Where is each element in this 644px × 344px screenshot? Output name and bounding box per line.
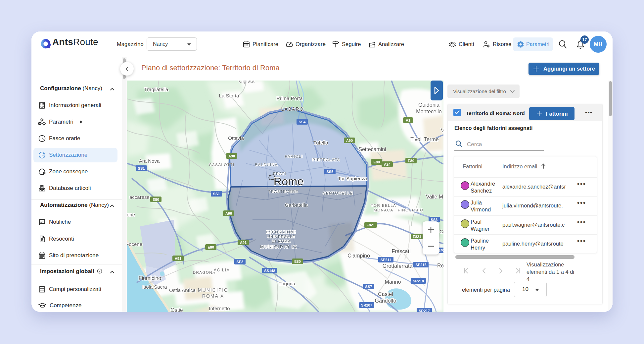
- svg-text:SS5: SS5: [327, 170, 334, 174]
- svg-text:PARIOLI: PARIOLI: [285, 154, 303, 158]
- svg-text:Montecelio: Montecelio: [416, 109, 441, 114]
- svg-text:Olgiata: Olgiata: [239, 81, 254, 84]
- svg-text:ESPOSIZIONE: ESPOSIZIONE: [266, 230, 296, 234]
- svg-text:SS4: SS4: [299, 120, 306, 124]
- svg-text:Rome: Rome: [274, 175, 304, 188]
- svg-text:SS7: SS7: [365, 285, 372, 289]
- svg-text:E80: E80: [373, 160, 380, 164]
- svg-text:accarese: accarese: [129, 194, 150, 200]
- svg-text:Ciampino: Ciampino: [347, 253, 370, 258]
- svg-text:Castel: Castel: [378, 291, 393, 297]
- svg-text:TRASTEVERE: TRASTEVERE: [268, 190, 299, 194]
- svg-text:SR207: SR207: [361, 303, 372, 307]
- svg-text:A90: A90: [346, 139, 353, 143]
- svg-text:SP215: SP215: [415, 263, 426, 267]
- svg-text:ACILIA: ACILIA: [214, 268, 230, 272]
- svg-text:CENTOCELLE: CENTOCELLE: [323, 191, 353, 195]
- svg-text:SR218: SR218: [413, 279, 424, 283]
- svg-text:Infernetto: Infernetto: [209, 306, 230, 311]
- svg-text:Ostie: Ostie: [170, 307, 183, 312]
- svg-text:CASALOTTI: CASALOTTI: [209, 163, 234, 167]
- svg-text:Ara Nova: Ara Nova: [139, 158, 160, 164]
- svg-text:E80: E80: [408, 159, 414, 163]
- svg-text:LABARO: LABARO: [281, 106, 304, 112]
- svg-text:UNIVERSALE: UNIVERSALE: [267, 235, 296, 239]
- svg-text:E80: E80: [294, 259, 301, 263]
- svg-text:Co: Co: [439, 229, 443, 234]
- svg-text:Vil: Vil: [441, 128, 443, 133]
- svg-text:MONACA: MONACA: [374, 208, 393, 212]
- svg-text:Garbatella: Garbatella: [285, 202, 308, 208]
- svg-text:Tor Sapienza: Tor Sapienza: [338, 176, 367, 181]
- svg-text:E80: E80: [153, 198, 159, 201]
- svg-text:A24: A24: [384, 162, 391, 166]
- svg-text:Isola Sacra: Isola Sacra: [142, 284, 167, 290]
- svg-text:Grottaferrata: Grottaferrata: [383, 263, 413, 269]
- svg-text:DRAGONA: DRAGONA: [193, 270, 216, 274]
- svg-text:Tragliatella: Tragliatella: [144, 86, 168, 92]
- svg-text:E821: E821: [366, 223, 375, 227]
- svg-text:E80: E80: [207, 245, 214, 249]
- svg-text:ene: ene: [127, 212, 135, 217]
- svg-text:A90: A90: [228, 154, 235, 158]
- svg-text:MUNICIPIO IX: MUNICIPIO IX: [260, 244, 297, 249]
- svg-text:MUNICIPIO: MUNICIPIO: [198, 287, 228, 293]
- svg-text:BALDUINA: BALDUINA: [255, 163, 278, 167]
- svg-text:Gandolfo: Gandolfo: [375, 298, 396, 304]
- svg-text:Trigoria: Trigoria: [279, 281, 296, 286]
- svg-text:Prima Porta: Prima Porta: [276, 95, 303, 101]
- svg-text:DI ROMA: DI ROMA: [272, 239, 291, 243]
- svg-text:Settecamini: Settecamini: [358, 146, 386, 152]
- svg-text:SS1: SS1: [138, 166, 145, 170]
- svg-text:Marino: Marino: [385, 279, 401, 285]
- svg-text:FINOCCHIO: FINOCCHIO: [398, 208, 424, 212]
- svg-text:SP8: SP8: [237, 260, 244, 264]
- svg-text:Frascati: Frascati: [392, 249, 411, 254]
- svg-text:Fiumicino: Fiumicino: [139, 275, 161, 281]
- svg-text:E821: E821: [413, 235, 421, 239]
- svg-text:SS148: SS148: [264, 269, 275, 273]
- svg-text:Tufello: Tufello: [313, 140, 328, 145]
- svg-text:Focene: Focene: [127, 241, 142, 247]
- svg-text:A1: A1: [406, 118, 410, 122]
- svg-text:TOR BELLA: TOR BELLA: [371, 203, 396, 207]
- svg-text:Tivoli Terme: Tivoli Terme: [410, 137, 438, 142]
- svg-text:A91: A91: [175, 257, 181, 260]
- svg-text:A90: A90: [225, 211, 232, 215]
- svg-text:A91: A91: [240, 241, 247, 245]
- svg-text:Ostia Antica: Ostia Antica: [169, 287, 196, 293]
- svg-text:SS1: SS1: [213, 192, 220, 196]
- svg-text:SP511: SP511: [381, 258, 391, 262]
- svg-text:Ottavia: Ottavia: [228, 135, 244, 141]
- svg-text:SR217: SR217: [419, 309, 430, 312]
- svg-text:Roc: Roc: [437, 263, 443, 268]
- svg-text:La Storta: La Storta: [219, 93, 240, 98]
- svg-text:SS6: SS6: [431, 218, 438, 222]
- svg-text:PIETRALATA: PIETRALATA: [312, 158, 340, 162]
- svg-text:Valle M: Valle M: [426, 194, 443, 200]
- svg-text:ROMA X: ROMA X: [202, 293, 224, 299]
- svg-text:Guidonia: Guidonia: [418, 102, 439, 108]
